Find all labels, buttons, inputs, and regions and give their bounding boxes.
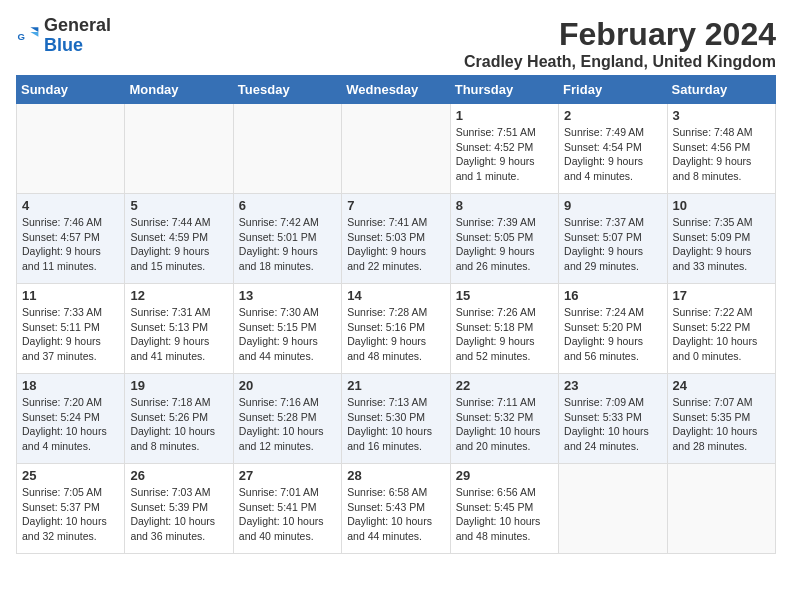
day-info: Sunrise: 7:18 AM Sunset: 5:26 PM Dayligh… <box>130 395 227 454</box>
svg-marker-2 <box>30 32 38 37</box>
day-info: Sunrise: 6:58 AM Sunset: 5:43 PM Dayligh… <box>347 485 444 544</box>
logo: G General Blue <box>16 16 111 56</box>
day-info: Sunrise: 7:48 AM Sunset: 4:56 PM Dayligh… <box>673 125 770 184</box>
day-info: Sunrise: 7:33 AM Sunset: 5:11 PM Dayligh… <box>22 305 119 364</box>
day-info: Sunrise: 7:31 AM Sunset: 5:13 PM Dayligh… <box>130 305 227 364</box>
day-number: 27 <box>239 468 336 483</box>
day-number: 19 <box>130 378 227 393</box>
table-row: 28Sunrise: 6:58 AM Sunset: 5:43 PM Dayli… <box>342 464 450 554</box>
table-row: 7Sunrise: 7:41 AM Sunset: 5:03 PM Daylig… <box>342 194 450 284</box>
table-row: 5Sunrise: 7:44 AM Sunset: 4:59 PM Daylig… <box>125 194 233 284</box>
day-info: Sunrise: 7:51 AM Sunset: 4:52 PM Dayligh… <box>456 125 553 184</box>
day-info: Sunrise: 7:49 AM Sunset: 4:54 PM Dayligh… <box>564 125 661 184</box>
location-subtitle: Cradley Heath, England, United Kingdom <box>464 53 776 71</box>
day-number: 15 <box>456 288 553 303</box>
svg-marker-1 <box>30 27 38 32</box>
header-wednesday: Wednesday <box>342 76 450 104</box>
month-year-title: February 2024 <box>464 16 776 53</box>
table-row: 12Sunrise: 7:31 AM Sunset: 5:13 PM Dayli… <box>125 284 233 374</box>
day-number: 28 <box>347 468 444 483</box>
day-number: 13 <box>239 288 336 303</box>
table-row: 13Sunrise: 7:30 AM Sunset: 5:15 PM Dayli… <box>233 284 341 374</box>
table-row <box>342 104 450 194</box>
day-number: 4 <box>22 198 119 213</box>
week-row-2: 4Sunrise: 7:46 AM Sunset: 4:57 PM Daylig… <box>17 194 776 284</box>
table-row: 22Sunrise: 7:11 AM Sunset: 5:32 PM Dayli… <box>450 374 558 464</box>
table-row: 20Sunrise: 7:16 AM Sunset: 5:28 PM Dayli… <box>233 374 341 464</box>
table-row: 17Sunrise: 7:22 AM Sunset: 5:22 PM Dayli… <box>667 284 775 374</box>
day-info: Sunrise: 7:28 AM Sunset: 5:16 PM Dayligh… <box>347 305 444 364</box>
header-sunday: Sunday <box>17 76 125 104</box>
day-number: 25 <box>22 468 119 483</box>
day-info: Sunrise: 7:37 AM Sunset: 5:07 PM Dayligh… <box>564 215 661 274</box>
table-row: 21Sunrise: 7:13 AM Sunset: 5:30 PM Dayli… <box>342 374 450 464</box>
table-row: 23Sunrise: 7:09 AM Sunset: 5:33 PM Dayli… <box>559 374 667 464</box>
day-info: Sunrise: 7:30 AM Sunset: 5:15 PM Dayligh… <box>239 305 336 364</box>
table-row: 24Sunrise: 7:07 AM Sunset: 5:35 PM Dayli… <box>667 374 775 464</box>
table-row: 16Sunrise: 7:24 AM Sunset: 5:20 PM Dayli… <box>559 284 667 374</box>
week-row-3: 11Sunrise: 7:33 AM Sunset: 5:11 PM Dayli… <box>17 284 776 374</box>
day-info: Sunrise: 7:22 AM Sunset: 5:22 PM Dayligh… <box>673 305 770 364</box>
table-row: 27Sunrise: 7:01 AM Sunset: 5:41 PM Dayli… <box>233 464 341 554</box>
table-row: 26Sunrise: 7:03 AM Sunset: 5:39 PM Dayli… <box>125 464 233 554</box>
table-row: 15Sunrise: 7:26 AM Sunset: 5:18 PM Dayli… <box>450 284 558 374</box>
table-row <box>17 104 125 194</box>
day-number: 2 <box>564 108 661 123</box>
day-number: 3 <box>673 108 770 123</box>
day-number: 20 <box>239 378 336 393</box>
day-info: Sunrise: 7:42 AM Sunset: 5:01 PM Dayligh… <box>239 215 336 274</box>
table-row <box>125 104 233 194</box>
day-number: 21 <box>347 378 444 393</box>
header-tuesday: Tuesday <box>233 76 341 104</box>
day-number: 16 <box>564 288 661 303</box>
day-info: Sunrise: 7:11 AM Sunset: 5:32 PM Dayligh… <box>456 395 553 454</box>
calendar-table: Sunday Monday Tuesday Wednesday Thursday… <box>16 75 776 554</box>
day-number: 23 <box>564 378 661 393</box>
header-friday: Friday <box>559 76 667 104</box>
week-row-1: 1Sunrise: 7:51 AM Sunset: 4:52 PM Daylig… <box>17 104 776 194</box>
table-row: 1Sunrise: 7:51 AM Sunset: 4:52 PM Daylig… <box>450 104 558 194</box>
day-info: Sunrise: 7:39 AM Sunset: 5:05 PM Dayligh… <box>456 215 553 274</box>
day-number: 24 <box>673 378 770 393</box>
svg-text:G: G <box>18 31 25 42</box>
day-number: 18 <box>22 378 119 393</box>
day-info: Sunrise: 7:46 AM Sunset: 4:57 PM Dayligh… <box>22 215 119 274</box>
header-saturday: Saturday <box>667 76 775 104</box>
table-row: 29Sunrise: 6:56 AM Sunset: 5:45 PM Dayli… <box>450 464 558 554</box>
table-row: 14Sunrise: 7:28 AM Sunset: 5:16 PM Dayli… <box>342 284 450 374</box>
table-row: 19Sunrise: 7:18 AM Sunset: 5:26 PM Dayli… <box>125 374 233 464</box>
day-info: Sunrise: 7:35 AM Sunset: 5:09 PM Dayligh… <box>673 215 770 274</box>
table-row: 2Sunrise: 7:49 AM Sunset: 4:54 PM Daylig… <box>559 104 667 194</box>
day-number: 11 <box>22 288 119 303</box>
header-monday: Monday <box>125 76 233 104</box>
day-info: Sunrise: 7:09 AM Sunset: 5:33 PM Dayligh… <box>564 395 661 454</box>
day-number: 26 <box>130 468 227 483</box>
table-row <box>233 104 341 194</box>
logo-text: General Blue <box>44 16 111 56</box>
day-number: 6 <box>239 198 336 213</box>
day-number: 5 <box>130 198 227 213</box>
table-row: 6Sunrise: 7:42 AM Sunset: 5:01 PM Daylig… <box>233 194 341 284</box>
day-info: Sunrise: 7:05 AM Sunset: 5:37 PM Dayligh… <box>22 485 119 544</box>
table-row: 10Sunrise: 7:35 AM Sunset: 5:09 PM Dayli… <box>667 194 775 284</box>
table-row <box>559 464 667 554</box>
day-number: 7 <box>347 198 444 213</box>
day-number: 29 <box>456 468 553 483</box>
day-number: 14 <box>347 288 444 303</box>
day-info: Sunrise: 7:07 AM Sunset: 5:35 PM Dayligh… <box>673 395 770 454</box>
day-info: Sunrise: 6:56 AM Sunset: 5:45 PM Dayligh… <box>456 485 553 544</box>
table-row: 8Sunrise: 7:39 AM Sunset: 5:05 PM Daylig… <box>450 194 558 284</box>
day-info: Sunrise: 7:41 AM Sunset: 5:03 PM Dayligh… <box>347 215 444 274</box>
day-info: Sunrise: 7:16 AM Sunset: 5:28 PM Dayligh… <box>239 395 336 454</box>
header-thursday: Thursday <box>450 76 558 104</box>
table-row: 11Sunrise: 7:33 AM Sunset: 5:11 PM Dayli… <box>17 284 125 374</box>
day-number: 1 <box>456 108 553 123</box>
day-number: 12 <box>130 288 227 303</box>
day-number: 22 <box>456 378 553 393</box>
table-row: 18Sunrise: 7:20 AM Sunset: 5:24 PM Dayli… <box>17 374 125 464</box>
table-row: 25Sunrise: 7:05 AM Sunset: 5:37 PM Dayli… <box>17 464 125 554</box>
calendar-header-row: Sunday Monday Tuesday Wednesday Thursday… <box>17 76 776 104</box>
day-info: Sunrise: 7:26 AM Sunset: 5:18 PM Dayligh… <box>456 305 553 364</box>
logo-icon: G <box>16 24 40 48</box>
day-info: Sunrise: 7:01 AM Sunset: 5:41 PM Dayligh… <box>239 485 336 544</box>
